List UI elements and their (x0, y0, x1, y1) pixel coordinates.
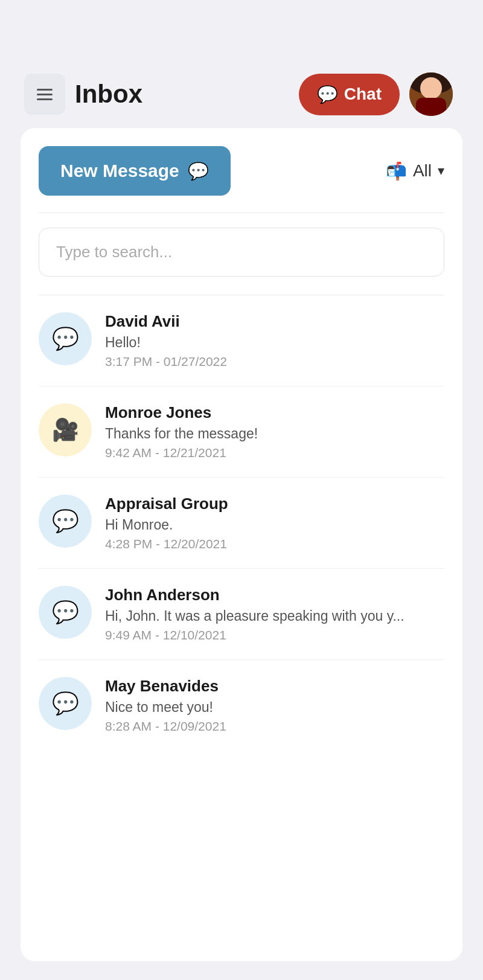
chevron-down-icon: ▾ (438, 163, 444, 179)
list-item[interactable]: 💬 May Benavides Nice to meet you! 8:28 A… (39, 660, 444, 751)
message-preview-text: Nice to meet you! (105, 699, 444, 716)
chat-icon: 💬 (52, 600, 79, 625)
chat-icon: 💬 (52, 508, 79, 534)
message-timestamp: 4:28 PM - 12/20/2021 (105, 537, 444, 551)
hamburger-icon (37, 89, 53, 100)
message-timestamp: 8:28 AM - 12/09/2021 (105, 719, 444, 734)
new-message-button[interactable]: New Message 💬 (39, 146, 231, 196)
avatar[interactable] (409, 72, 453, 116)
message-sender-name: John Anderson (105, 586, 444, 604)
actions-row: New Message 💬 📬 All ▾ (39, 146, 444, 196)
menu-button[interactable] (24, 74, 65, 115)
message-preview-text: Hi Monroe. (105, 517, 444, 533)
message-preview-text: Hi, John. It was a pleasure speaking wit… (105, 608, 444, 624)
message-sender-name: Monroe Jones (105, 403, 444, 422)
filter-button[interactable]: 📬 All ▾ (386, 161, 444, 181)
actions-divider (39, 213, 444, 213)
avatar-image (409, 72, 453, 116)
search-container (39, 228, 444, 277)
phone-container: Inbox 💬 Chat New Message 💬 📬 All ▾ (12, 60, 471, 961)
message-sender-name: David Avii (105, 312, 444, 331)
message-preview-text: Thanks for the message! (105, 426, 444, 442)
inbox-filter-icon: 📬 (386, 161, 407, 181)
page-title: Inbox (75, 80, 289, 109)
message-compose-icon: 💬 (188, 161, 209, 181)
list-item[interactable]: 💬 John Anderson Hi, John. It was a pleas… (39, 569, 444, 660)
message-avatar: 🎥 (39, 403, 92, 456)
main-card: New Message 💬 📬 All ▾ 💬 David Avii Hello… (21, 128, 462, 961)
chat-icon: 💬 (52, 691, 79, 716)
message-sender-name: Appraisal Group (105, 495, 444, 513)
message-content: Appraisal Group Hi Monroe. 4:28 PM - 12/… (105, 495, 444, 551)
chat-button-label: Chat (344, 85, 382, 104)
search-input[interactable] (39, 228, 444, 277)
message-avatar: 💬 (39, 677, 92, 730)
chat-button[interactable]: 💬 Chat (299, 74, 400, 115)
message-content: John Anderson Hi, John. It was a pleasur… (105, 586, 444, 642)
header: Inbox 💬 Chat (12, 60, 471, 128)
message-preview-text: Hello! (105, 335, 444, 351)
message-avatar: 💬 (39, 495, 92, 548)
message-content: Monroe Jones Thanks for the message! 9:4… (105, 403, 444, 460)
new-message-label: New Message (60, 161, 179, 181)
message-content: David Avii Hello! 3:17 PM - 01/27/2022 (105, 312, 444, 369)
chat-bubble-icon: 💬 (317, 85, 338, 104)
list-item[interactable]: 💬 Appraisal Group Hi Monroe. 4:28 PM - 1… (39, 478, 444, 569)
video-icon: 🎥 (52, 417, 79, 443)
message-list: 💬 David Avii Hello! 3:17 PM - 01/27/2022… (39, 295, 444, 751)
filter-label: All (413, 161, 432, 181)
message-avatar: 💬 (39, 312, 92, 365)
message-sender-name: May Benavides (105, 677, 444, 696)
message-avatar: 💬 (39, 586, 92, 639)
list-item[interactable]: 🎥 Monroe Jones Thanks for the message! 9… (39, 386, 444, 478)
chat-icon: 💬 (52, 326, 79, 351)
message-timestamp: 9:49 AM - 12/10/2021 (105, 628, 444, 642)
message-content: May Benavides Nice to meet you! 8:28 AM … (105, 677, 444, 734)
list-item[interactable]: 💬 David Avii Hello! 3:17 PM - 01/27/2022 (39, 295, 444, 386)
message-timestamp: 3:17 PM - 01/27/2022 (105, 354, 444, 369)
message-timestamp: 9:42 AM - 12/21/2021 (105, 446, 444, 460)
